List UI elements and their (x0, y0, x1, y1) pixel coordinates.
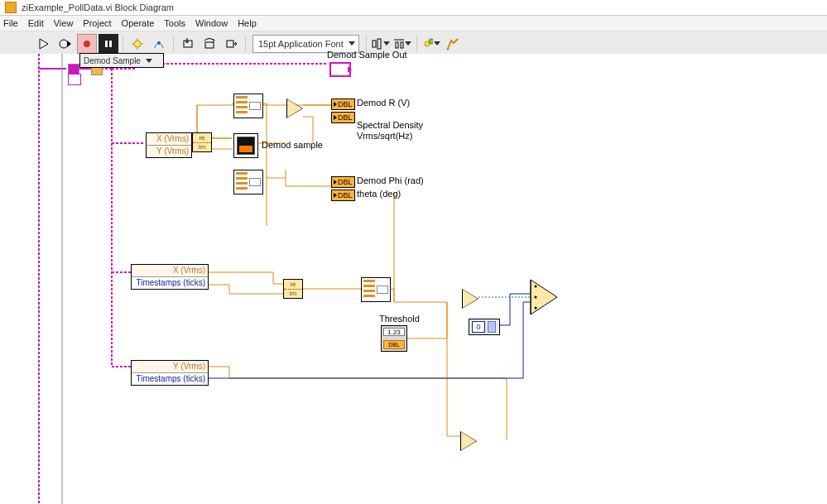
menu-operate[interactable]: Operate (122, 18, 155, 28)
threshold-dbl: DBL (383, 340, 405, 349)
reorder-button[interactable] (443, 34, 463, 54)
im-label-2: im (284, 290, 302, 298)
svg-rect-10 (205, 42, 214, 48)
svg-rect-1 (105, 41, 108, 47)
window-title: ziExample_PollData.vi Block Diagram (22, 2, 174, 12)
chevron-down-icon (383, 41, 390, 46)
chart-label: Demod sample (262, 140, 323, 150)
svg-point-19 (446, 47, 449, 50)
case-selector[interactable]: Demod Sample (79, 53, 164, 68)
threshold-control[interactable]: 1.23 DBL (381, 325, 407, 352)
menu-project[interactable]: Project (83, 18, 111, 28)
unbundle-row-ts2: Timestamps (ticks) (132, 373, 208, 385)
threshold-label: Threshold (379, 314, 420, 324)
menu-tools[interactable]: Tools (164, 18, 185, 28)
retain-wire-button[interactable] (149, 34, 169, 54)
re-label-2: re (284, 281, 302, 290)
build-array-node-2[interactable] (233, 170, 263, 194)
app-icon (5, 2, 17, 13)
dbl-terminal-phi[interactable]: DBL (331, 176, 355, 188)
build-array-node-3[interactable] (361, 277, 391, 302)
menu-window[interactable]: Window (195, 18, 228, 28)
highlight-exec-button[interactable] (127, 34, 147, 54)
run-button[interactable] (34, 34, 54, 54)
dbl-terminal-sd[interactable]: DBL (331, 112, 355, 123)
font-label: 15pt Application Font (258, 39, 344, 49)
svg-point-22 (535, 286, 537, 288)
svg-point-8 (157, 41, 161, 45)
svg-rect-15 (396, 42, 398, 48)
unbundle-row-y: Y (Vrms) (147, 146, 191, 157)
svg-rect-13 (377, 39, 381, 49)
unbundle-row-x2: X (Vrms) (132, 265, 208, 277)
step-into-button[interactable] (178, 34, 198, 54)
unbundle-row-x: X (Vrms) (147, 133, 191, 146)
re-im-to-complex[interactable]: re im (192, 132, 212, 152)
svg-rect-16 (401, 42, 403, 48)
menu-file[interactable]: File (3, 18, 18, 28)
svg-point-3 (134, 41, 141, 47)
greater-than-node[interactable] (462, 289, 478, 309)
theta-label: theta (deg) (357, 189, 401, 199)
title-bar: ziExample_PollData.vi Block Diagram (0, 0, 827, 16)
step-over-button[interactable] (200, 34, 219, 54)
multiply-node[interactable] (286, 98, 303, 118)
waveform-chart-node[interactable] (233, 133, 258, 158)
chevron-down-icon (434, 41, 440, 46)
greater-than-node-2[interactable] (460, 431, 477, 451)
menu-bar: File Edit View Project Operate Tools Win… (0, 16, 827, 31)
numeric-constant-value: 0 (472, 321, 485, 333)
pause-button[interactable] (99, 34, 118, 54)
re-label: re (193, 134, 211, 143)
menu-edit[interactable]: Edit (28, 18, 44, 28)
chevron-down-icon (146, 59, 152, 63)
demod-sample-out-indicator[interactable] (329, 62, 351, 77)
unbundle-row-ts1: Timestamps (ticks) (132, 277, 208, 289)
dbl-terminal-theta[interactable]: DBL (331, 190, 355, 201)
chevron-down-icon (349, 41, 355, 46)
menu-help[interactable]: Help (238, 18, 257, 28)
build-array-node-1[interactable] (233, 94, 263, 118)
select-node[interactable] (530, 279, 558, 317)
case-selector-label: Demod Sample (84, 56, 141, 65)
sd-label-2: Vrms/sqrt(Hz) (357, 131, 412, 141)
step-out-button[interactable] (221, 34, 241, 54)
svg-rect-2 (109, 41, 112, 47)
menu-view[interactable]: View (54, 18, 74, 28)
svg-rect-11 (227, 41, 233, 47)
unbundle-xy[interactable]: X (Vrms) Y (Vrms) (146, 132, 192, 158)
out-label: Demod Sample Out (327, 50, 407, 60)
cleanup-button[interactable] (421, 34, 441, 54)
svg-point-18 (429, 39, 433, 44)
threshold-value: 1.23 (383, 328, 405, 336)
numeric-constant-type (488, 321, 496, 333)
block-diagram-canvas[interactable]: Demod Sample Demod Sample Out X (Vrms) Y… (0, 54, 827, 504)
svg-point-24 (535, 307, 537, 310)
dbl-terminal-r[interactable]: DBL (331, 98, 355, 110)
chevron-down-icon (405, 41, 411, 46)
slash-node[interactable] (68, 74, 81, 85)
unbundle-row-y2: Y (Vrms) (132, 361, 208, 373)
r-label: Demod R (V) (357, 98, 410, 108)
numeric-constant[interactable]: 0 (469, 319, 500, 335)
svg-point-23 (535, 296, 537, 299)
abort-button[interactable] (77, 34, 97, 54)
svg-point-0 (84, 41, 90, 47)
svg-rect-9 (184, 41, 192, 47)
unbundle-yt[interactable]: Y (Vrms) Timestamps (ticks) (131, 360, 209, 386)
re-im-to-complex-2[interactable]: re im (283, 279, 303, 299)
im-label: im (193, 143, 211, 151)
svg-rect-12 (373, 41, 376, 47)
run-cont-button[interactable] (55, 34, 75, 54)
unbundle-xt[interactable]: X (Vrms) Timestamps (ticks) (131, 264, 209, 290)
phi-label: Demod Phi (rad) (357, 175, 424, 185)
sd-label-1: Spectral Density (357, 120, 423, 130)
